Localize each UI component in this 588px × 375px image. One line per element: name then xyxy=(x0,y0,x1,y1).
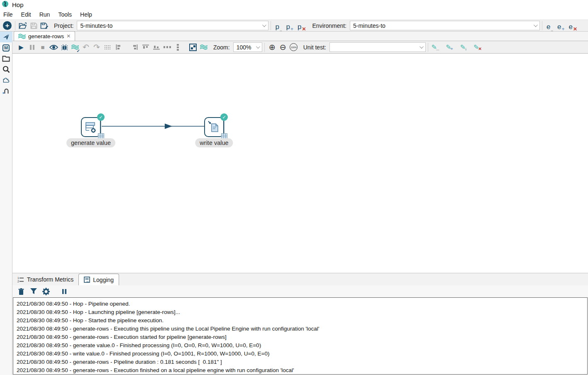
search-icon xyxy=(2,66,10,73)
pipeline-properties-button[interactable] xyxy=(198,42,209,53)
debug-pipeline-button[interactable] xyxy=(59,42,70,53)
toolbar-separator xyxy=(542,21,542,30)
menubar: File Edit Run Tools Help xyxy=(0,9,588,20)
zoom-in-button[interactable]: ⊕ xyxy=(267,42,278,53)
menu-help[interactable]: Help xyxy=(77,10,97,19)
align-top-button[interactable] xyxy=(140,42,151,53)
delete-environment-button[interactable]: e✕ xyxy=(567,20,580,31)
project-combo[interactable]: 5-minutes-to xyxy=(77,21,268,30)
undo-button[interactable]: ↶ xyxy=(81,42,91,53)
distribute-horizontally-button[interactable] xyxy=(162,42,173,53)
metrics-list-icon: 12 xyxy=(17,276,24,283)
log-line: 2021/08/30 08:49:50 - Hop - Started the … xyxy=(17,316,587,325)
tab-label: generate-rows xyxy=(28,33,64,39)
open-file-button[interactable] xyxy=(17,20,28,31)
align-bottom-button[interactable] xyxy=(151,42,162,53)
toolbar-separator xyxy=(271,21,271,30)
align-left-icon xyxy=(116,44,121,50)
menu-edit[interactable]: Edit xyxy=(18,10,36,19)
sidebar-item-search[interactable] xyxy=(0,64,12,75)
save-button[interactable] xyxy=(28,20,39,31)
log-line: 2021/08/30 08:49:50 - write value.0 - Fi… xyxy=(17,350,587,358)
distribute-vertically-button[interactable] xyxy=(173,42,183,53)
log-line: 2021/08/30 08:49:50 - Hop - Pipeline ope… xyxy=(17,300,587,308)
align-bottom-icon xyxy=(153,44,160,50)
metadata-icon: M xyxy=(2,44,10,51)
chevron-down-icon xyxy=(420,44,424,49)
add-environment-button[interactable]: e+ xyxy=(555,20,566,31)
clear-log-button[interactable] xyxy=(16,286,27,297)
delete-unit-test-button[interactable]: ✎✕ xyxy=(473,42,483,53)
check-pipeline-button[interactable]: ✓ xyxy=(70,42,81,53)
sidebar-item-file-explorer[interactable] xyxy=(0,53,12,64)
svg-text:2: 2 xyxy=(17,280,19,283)
log-line: 2021/08/30 08:49:50 - generate-rows - Ex… xyxy=(17,366,587,375)
zoom-100-button[interactable]: 100% xyxy=(288,42,299,53)
pause-icon xyxy=(30,45,34,50)
pipeline-icon xyxy=(200,44,207,50)
zoom-combo[interactable]: 100% xyxy=(233,42,262,52)
align-right-button[interactable] xyxy=(129,42,140,53)
hop-arrow-icon xyxy=(165,124,172,129)
log-line: 2021/08/30 08:49:50 - generate-rows - Ex… xyxy=(17,325,587,333)
sidebar-item-neo4j[interactable] xyxy=(0,86,12,96)
trash-icon xyxy=(18,288,24,295)
edit-unit-test-button[interactable]: ✎... xyxy=(430,42,441,53)
transform-generate-value[interactable]: ✓ generate value xyxy=(81,117,101,137)
pause-pipeline-button[interactable] xyxy=(27,42,37,53)
log-output[interactable]: 2021/08/30 08:49:50 - Hop - Pipeline ope… xyxy=(13,297,588,375)
zoom-out-button[interactable]: ⊖ xyxy=(278,42,288,53)
delete-project-button[interactable]: p✕ xyxy=(295,20,308,31)
snap-to-grid-button[interactable] xyxy=(102,42,113,53)
tab-logging[interactable]: og Logging xyxy=(78,274,119,285)
transform-label[interactable]: generate value xyxy=(66,138,115,147)
sidebar-item-data-orchestration[interactable] xyxy=(0,32,12,42)
filter-log-button[interactable] xyxy=(28,286,39,297)
hop-connection xyxy=(12,54,303,220)
align-top-icon xyxy=(142,44,149,50)
run-pipeline-button[interactable]: ▶ xyxy=(16,42,27,53)
show-execution-results-button[interactable] xyxy=(188,42,198,53)
save-as-button[interactable] xyxy=(39,20,50,31)
pause-log-button[interactable] xyxy=(59,286,70,297)
sidebar-item-plugins[interactable] xyxy=(0,75,12,86)
preview-pipeline-button[interactable] xyxy=(48,42,59,53)
generate-rows-icon xyxy=(84,120,98,134)
pipeline-canvas[interactable]: ✓ generate value xyxy=(12,54,588,273)
sidebar-item-metadata[interactable]: M xyxy=(0,42,12,53)
write-file-icon xyxy=(207,120,221,134)
gear-icon xyxy=(91,128,96,133)
main-toolbar: + Project: 5-minutes-to p.. p+ p✕ Enviro… xyxy=(0,20,588,32)
log-settings-button[interactable] xyxy=(41,286,51,297)
align-left-button[interactable] xyxy=(113,42,124,53)
transform-write-value[interactable]: ✓ write value xyxy=(204,117,224,137)
zoom-label: Zoom: xyxy=(213,44,230,51)
detach-unit-test-button[interactable]: ✎↓ xyxy=(459,42,469,53)
tab-transform-metrics[interactable]: 12 Transform Metrics xyxy=(12,274,78,285)
menu-file[interactable]: File xyxy=(0,10,18,19)
app-title: Hop xyxy=(12,1,24,8)
menu-run[interactable]: Run xyxy=(36,10,55,19)
execution-results-icon xyxy=(189,44,197,51)
new-item-button[interactable]: + xyxy=(3,21,12,30)
tab-generate-rows[interactable]: generate-rows ✕ xyxy=(14,31,75,41)
edit-environment-button[interactable]: e.. xyxy=(544,20,555,31)
zoom-100-icon: 100% xyxy=(290,43,298,51)
environment-value: 5-minutes-to xyxy=(353,22,385,29)
badge-connector xyxy=(224,121,224,133)
log-line: 2021/08/30 08:49:50 - Hop - Launching pi… xyxy=(17,308,587,316)
menu-tools[interactable]: Tools xyxy=(55,10,77,19)
edit-project-button[interactable]: p.. xyxy=(273,20,284,31)
redo-button[interactable]: ↷ xyxy=(91,42,102,53)
bug-icon xyxy=(61,44,68,51)
environment-combo[interactable]: 5-minutes-to xyxy=(350,21,540,30)
tab-close-icon[interactable]: ✕ xyxy=(66,33,71,39)
transform-label[interactable]: write value xyxy=(195,138,233,147)
perspective-sidebar: M xyxy=(0,32,12,375)
add-project-button[interactable]: p+ xyxy=(284,20,295,31)
stop-pipeline-button[interactable]: ■ xyxy=(37,42,48,53)
open-folder-icon xyxy=(19,22,27,29)
create-unit-test-button[interactable]: ✎+ xyxy=(444,42,455,53)
toolbar-separator xyxy=(15,21,15,30)
unit-test-combo[interactable] xyxy=(329,42,426,52)
